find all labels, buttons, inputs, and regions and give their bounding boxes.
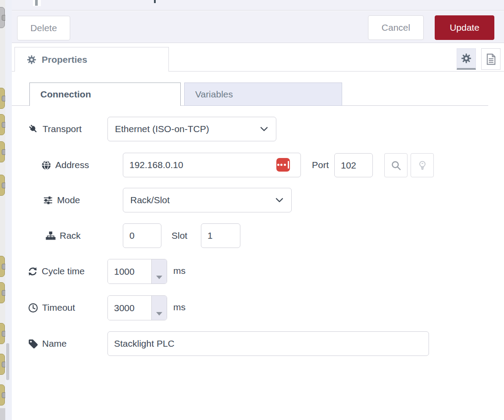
timeout-label-text: Timeout xyxy=(42,302,75,313)
palette-footer xyxy=(0,408,5,420)
palette-node xyxy=(0,175,5,196)
cycle-time-label: Cycle time xyxy=(28,265,85,278)
slot-label: Slot xyxy=(172,229,187,242)
transport-select-value: Ethernet (ISO-on-TCP) xyxy=(115,124,209,134)
cycle-time-unit: ms xyxy=(173,266,186,276)
transport-select[interactable]: Ethernet (ISO-on-TCP) xyxy=(107,117,276,141)
name-label-text: Name xyxy=(42,338,67,349)
port-nub xyxy=(2,149,5,155)
palette-node xyxy=(0,256,5,277)
refresh-icon xyxy=(28,266,38,276)
slot-label-text: Slot xyxy=(172,230,187,241)
lightbulb-icon xyxy=(418,160,427,171)
edit-properties-button[interactable] xyxy=(457,48,476,70)
mode-select-value: Rack/Slot xyxy=(130,195,170,205)
title-artifact xyxy=(35,0,38,6)
dialog-top-strip xyxy=(12,0,504,11)
palette-node xyxy=(0,354,5,375)
palette-node xyxy=(0,114,5,135)
address-label-text: Address xyxy=(55,160,89,170)
search-icon xyxy=(391,160,401,171)
edit-description-button[interactable] xyxy=(481,48,500,70)
port-nub xyxy=(2,15,5,21)
timeout-spinner xyxy=(107,295,167,320)
spinner-buttons xyxy=(151,259,167,284)
spinner-up-button[interactable] xyxy=(152,296,167,308)
name-label: Name xyxy=(28,337,67,350)
document-icon xyxy=(485,53,497,65)
update-button[interactable]: Update xyxy=(435,15,494,40)
palette-node xyxy=(0,141,5,162)
port-nub xyxy=(2,264,5,269)
lookup-button[interactable] xyxy=(384,153,407,177)
cycle-time-label-text: Cycle time xyxy=(42,266,85,276)
spinner-buttons xyxy=(151,296,167,320)
mode-label: Mode xyxy=(43,194,80,207)
timeout-unit: ms xyxy=(173,302,186,312)
node-red-edit-tray: Delete Cancel Update xyxy=(0,0,504,420)
slot-input[interactable] xyxy=(201,223,240,248)
transport-label-text: Transport xyxy=(43,124,82,134)
port-nub xyxy=(2,362,5,367)
rack-input[interactable] xyxy=(123,223,161,248)
tab-variables-label: Variables xyxy=(195,89,233,100)
dialog-button-bar xyxy=(12,11,504,43)
cancel-button[interactable]: Cancel xyxy=(368,15,424,40)
mode-label-text: Mode xyxy=(57,195,80,205)
hint-button[interactable] xyxy=(411,153,434,177)
port-label: Port xyxy=(312,158,329,172)
address-label: Address xyxy=(41,158,89,172)
palette-node xyxy=(0,323,5,344)
palette-node xyxy=(0,384,5,406)
rack-label: Rack xyxy=(46,229,81,242)
globe-icon xyxy=(41,160,51,170)
spinner-down-button[interactable] xyxy=(152,272,167,284)
tab-connection-label: Connection xyxy=(40,89,91,100)
port-nub xyxy=(2,392,5,398)
rack-label-text: Rack xyxy=(60,230,81,241)
palette-node xyxy=(0,88,5,109)
cycle-time-spinner xyxy=(107,259,167,284)
timeout-label: Timeout xyxy=(28,301,75,314)
palette-node xyxy=(0,7,5,28)
cycle-time-input[interactable] xyxy=(108,259,151,284)
port-nub xyxy=(2,122,5,128)
port-nub xyxy=(2,331,5,337)
chevron-down-icon xyxy=(260,126,268,132)
properties-tab[interactable]: Properties xyxy=(14,47,169,72)
gear-icon xyxy=(461,53,472,64)
clock-icon xyxy=(28,303,38,313)
delete-button[interactable]: Delete xyxy=(17,16,70,40)
port-nub xyxy=(2,183,5,188)
sitemap-icon xyxy=(46,231,56,241)
title-artifact xyxy=(154,0,156,3)
spinner-up-button[interactable] xyxy=(152,259,167,272)
spinner-down-button[interactable] xyxy=(152,308,167,320)
timeout-input[interactable] xyxy=(108,296,151,320)
palette-node xyxy=(0,282,5,303)
port-input[interactable] xyxy=(334,153,373,177)
chevron-down-icon xyxy=(275,197,283,203)
mode-select[interactable]: Rack/Slot xyxy=(123,188,292,212)
gear-icon xyxy=(27,55,36,65)
scrollbar-thumb[interactable] xyxy=(6,343,9,380)
palette-strip xyxy=(0,0,5,420)
sliders-icon xyxy=(43,195,53,205)
password-manager-icon[interactable] xyxy=(276,158,290,172)
address-input[interactable] xyxy=(123,153,301,177)
plug-icon xyxy=(28,124,39,134)
port-nub xyxy=(2,96,5,101)
tab-variables[interactable]: Variables xyxy=(184,83,342,106)
tab-connection[interactable]: Connection xyxy=(29,83,181,106)
properties-tab-label: Properties xyxy=(42,54,87,65)
port-label-text: Port xyxy=(312,160,329,170)
tag-icon xyxy=(28,339,38,349)
transport-label: Transport xyxy=(28,122,82,136)
name-input[interactable] xyxy=(107,331,429,356)
port-nub xyxy=(2,290,5,296)
